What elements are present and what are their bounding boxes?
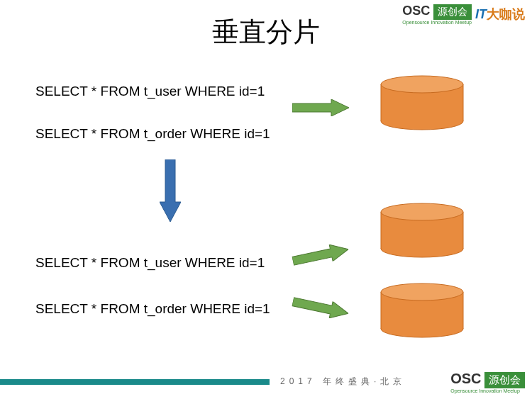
arrow-right-icon <box>291 293 350 322</box>
it-logo-cn: 大咖说 <box>487 7 525 21</box>
footer-divider <box>0 379 270 385</box>
sql-before-order: SELECT * FROM t_order WHERE id=1 <box>35 126 270 142</box>
database-icon <box>379 282 465 339</box>
arrow-down-icon <box>160 159 181 222</box>
svg-marker-0 <box>292 99 349 116</box>
sql-before-user: SELECT * FROM t_user WHERE id=1 <box>35 84 265 99</box>
svg-marker-3 <box>160 159 181 222</box>
footer-text: 2017 年终盛典·北京 <box>280 376 406 388</box>
footer-osc-logo: OSC 源创会 Opensource Innovation Meetup <box>450 371 525 393</box>
svg-point-18 <box>381 283 463 300</box>
footer-osc-en: OSC <box>450 371 481 386</box>
osc-logo: OSC 源创会 Opensource Innovation Meetup <box>402 4 472 25</box>
it-logo: IT大咖说 <box>475 6 525 23</box>
database-icon <box>379 202 465 259</box>
svg-marker-1 <box>291 241 350 269</box>
sql-after-order: SELECT * FROM t_order WHERE id=1 <box>35 301 270 317</box>
slide-title: 垂直分片 <box>212 14 320 50</box>
it-logo-prefix: IT <box>475 7 487 21</box>
top-logos: OSC 源创会 Opensource Innovation Meetup IT大… <box>402 4 525 25</box>
database-icon <box>379 74 465 131</box>
footer-osc-sub: Opensource Innovation Meetup <box>450 388 525 393</box>
osc-logo-sub: Opensource Innovation Meetup <box>402 20 472 25</box>
footer-osc-cn: 源创会 <box>484 372 525 388</box>
osc-logo-cn: 源创会 <box>433 4 472 20</box>
arrow-right-icon <box>292 99 349 116</box>
sql-after-user: SELECT * FROM t_user WHERE id=1 <box>35 255 265 271</box>
svg-marker-2 <box>291 293 350 322</box>
svg-point-13 <box>381 203 463 220</box>
svg-point-8 <box>381 76 463 93</box>
osc-logo-en: OSC <box>402 4 430 18</box>
arrow-right-icon <box>291 241 350 269</box>
